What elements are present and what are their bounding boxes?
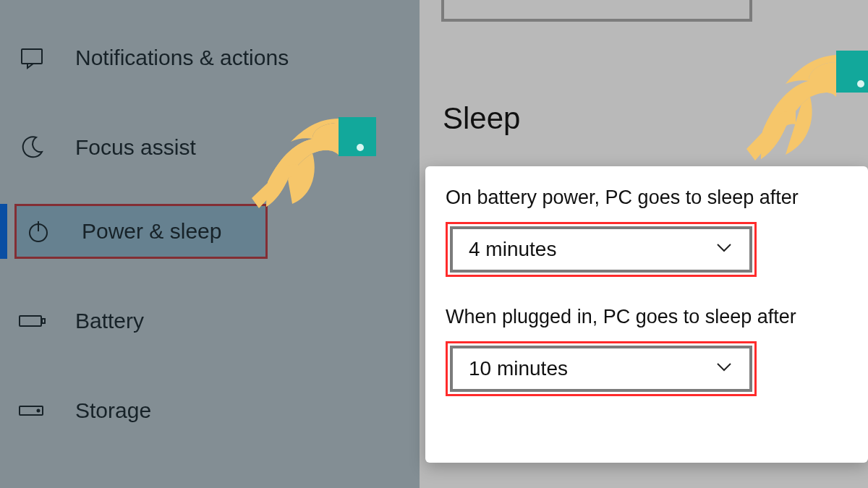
svg-point-6 <box>38 410 40 412</box>
sidebar-item-power-sleep[interactable]: Power & sleep <box>14 204 268 259</box>
sidebar-item-label: Battery <box>75 309 144 333</box>
sleep-settings-panel: On battery power, PC goes to sleep after… <box>425 166 868 463</box>
sidebar-item-storage[interactable]: Storage <box>17 383 151 438</box>
svg-rect-0 <box>22 49 42 64</box>
chevron-down-icon <box>715 238 733 262</box>
sidebar-item-focus-assist[interactable]: Focus assist <box>17 120 196 175</box>
sidebar-item-notifications[interactable]: Notifications & actions <box>17 30 289 85</box>
sidebar-item-label: Focus assist <box>75 135 196 160</box>
sidebar-item-label: Storage <box>75 398 151 423</box>
svg-rect-4 <box>42 319 45 323</box>
sidebar-item-battery[interactable]: Battery <box>17 294 144 348</box>
sidebar-item-label: Power & sleep <box>82 219 221 244</box>
battery-sleep-label: On battery power, PC goes to sleep after <box>446 187 848 209</box>
moon-icon <box>17 133 46 162</box>
plugged-sleep-label: When plugged in, PC goes to sleep after <box>446 306 848 328</box>
power-icon <box>24 217 53 246</box>
battery-icon <box>17 307 46 335</box>
battery-sleep-dropdown[interactable]: 4 minutes <box>450 226 752 273</box>
storage-icon <box>17 396 46 425</box>
plugged-sleep-dropdown[interactable]: 10 minutes <box>450 346 752 392</box>
plugged-sleep-value: 10 minutes <box>469 357 568 380</box>
battery-sleep-value: 4 minutes <box>469 238 556 261</box>
partial-dropdown-outline <box>441 0 752 22</box>
settings-sidebar: Notifications & actions Focus assist Pow… <box>0 0 420 488</box>
chevron-down-icon <box>715 357 733 381</box>
notifications-icon <box>17 43 46 72</box>
battery-sleep-highlight: 4 minutes <box>446 222 757 277</box>
svg-rect-3 <box>20 316 41 326</box>
section-title-sleep: Sleep <box>443 101 520 136</box>
plugged-sleep-highlight: 10 minutes <box>446 341 757 396</box>
sidebar-item-label: Notifications & actions <box>75 46 289 70</box>
sidebar-accent-bar <box>0 204 7 259</box>
